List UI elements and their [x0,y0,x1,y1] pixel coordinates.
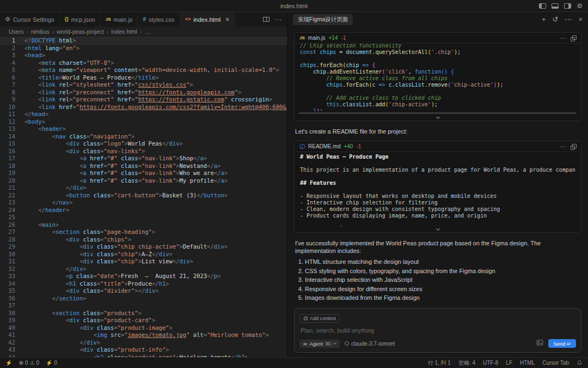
code-line: chips.forEach(chip => { [300,62,575,69]
eol-setting[interactable]: LF [506,360,512,366]
image-attach-icon[interactable] [536,339,543,348]
copy-icon[interactable] [571,35,576,41]
expand-code-button[interactable] [295,226,581,232]
chat-messages[interactable]: JS main.js +14 -1 ⋯ // Chip selection fu… [287,27,588,305]
code-line: chip.addEventListener('click', function(… [300,69,575,75]
code-line: 22 <button class="cart-button">Basket (3… [0,192,287,200]
model-icon [345,341,349,346]
breadcrumb-item[interactable]: Users [9,28,23,35]
breadcrumb-separator: › [140,28,142,35]
breadcrumb-item[interactable]: nimbus [31,28,50,35]
breadcrumb-item[interactable]: index.html [111,28,137,35]
tab-index-html[interactable]: <> index.html × [180,12,235,27]
code-line [300,160,575,167]
toggle-secondary-sidebar-icon[interactable] [564,3,571,9]
expand-code-button[interactable] [295,114,581,120]
problems-indicator[interactable]: ⊗0 ⚠0 [19,360,39,366]
chat-tab[interactable]: 实现Figma设计页面 [293,14,353,25]
code-line: // Add active class to clicked chip [300,95,575,101]
more-icon[interactable]: ⋯ [559,143,566,150]
breadcrumb-separator: › [26,28,28,35]
code-line: 6 <title>World Peas — Produce</title> [0,74,287,82]
cursor-tab-toggle[interactable]: Cursor Tab [542,360,569,366]
code-line: This project is an implementation of a p… [300,167,575,173]
code-line: 36 </section> [0,295,287,303]
code-block-body: # World Peas — Produce Page This project… [295,152,581,226]
tab-label: Cursor Settings [13,16,54,23]
json-file-icon: {} [65,17,69,22]
code-line: 12<body> [0,118,287,126]
code-line: 10 <link href="https://fonts.googleapis.… [0,104,287,111]
code-line: 30 <div class="chip">A–Z</div> [0,251,287,258]
editor-code[interactable]: 1<!DOCTYPE html>2<html lang="en">3<head>… [0,37,287,357]
cursor-position[interactable]: 行 1, 列 1 [428,359,451,367]
tab-styles-css[interactable]: # styles.css [138,12,180,27]
indentation-setting[interactable]: 空格: 4 [458,359,475,367]
toggle-panel-icon[interactable] [552,3,559,9]
tab-label: main.js [114,16,133,23]
close-panel-icon[interactable]: × [578,16,583,23]
horizontal-scrollbar[interactable] [299,112,577,114]
encoding-setting[interactable]: UTF-8 [483,360,498,366]
add-context-button[interactable]: @ Add context [299,314,340,323]
summary-list-item: Interactive chip selection with JavaScri… [305,277,581,283]
code-line: 23 </nav> [0,199,287,207]
tab-label: index.html [193,16,220,23]
code-line: 11</head> [0,111,287,118]
code-line: - Responsive layout that works on deskto… [300,193,575,200]
code-line: 27 <section class="page-heading"> [0,228,287,236]
code-line: 24 </header> [0,207,287,214]
tab-cursor-settings[interactable]: ⚙ Cursor Settings [0,12,60,27]
code-line: 17 <a href="#" class="nav-link">Shop</a> [0,155,287,162]
close-tab-icon[interactable]: × [225,16,229,23]
gear-icon: ⚙ [5,16,10,22]
toggle-primary-sidebar-icon[interactable] [539,3,546,9]
code-line: 39 <div class="product-card"> [0,317,287,324]
summary-list-item: Images downloaded from the Figma design [305,295,581,301]
bolt-indicator[interactable]: ⚡0 [46,360,57,366]
new-chat-icon[interactable]: + [542,16,546,23]
more-icon[interactable]: ⋯ [565,16,572,23]
code-line: 15 <div class="logo">World Peas</div> [0,140,287,148]
status-bar: ⚡ ⊗0 ⚠0 ⚡0 行 1, 列 1 空格: 4 UTF-8 LF HTML … [0,357,588,368]
code-block-header[interactable]: JS main.js +14 -1 ⋯ [295,33,581,44]
chat-header-actions: + ↺ ⋯ × [542,16,583,23]
tab-bar: ⚙ Cursor Settings {} mcp.json JS main.js… [0,12,287,27]
settings-gear-icon[interactable]: ⚙ [577,3,583,9]
notifications-bell-icon[interactable] [577,360,583,366]
code-line: 35 <div class="divider"></div> [0,287,287,295]
code-block-main-js: JS main.js +14 -1 ⋯ // Chip selection fu… [294,32,581,121]
summary-list-item: CSS styling with colors, typography, and… [305,268,581,275]
code-line: 9 <link rel="preconnect" href="https://f… [0,96,287,104]
send-button[interactable]: Send ↵ [548,339,576,348]
tab-mcp-json[interactable]: {} mcp.json [60,12,101,27]
code-block-header[interactable]: ⓘ README.md +40 -1 ⋯ [295,141,581,152]
more-icon[interactable]: ⋯ [559,34,566,42]
chat-input-box[interactable]: @ Add context Plan, search, build anythi… [294,308,581,353]
breadcrumb-item[interactable]: world-peas-project [57,28,103,35]
agent-mode-selector[interactable]: ∞ Agent ⌘I [299,340,340,348]
diff-removed: -1 [356,143,361,149]
history-icon[interactable]: ↺ [553,16,559,23]
titlebar-actions: ⚙ [539,0,583,12]
model-selector[interactable]: claude-3.7-sonnet [345,341,395,347]
code-line [300,173,575,180]
copy-icon[interactable] [571,144,576,149]
split-editor-icon[interactable] [263,17,270,22]
chat-input-placeholder[interactable]: Plan, search, build anything [301,327,575,334]
more-actions-icon[interactable]: ⋯ [275,16,281,23]
css-file-icon: # [143,17,146,22]
code-line: 21 </div> [0,184,287,192]
tab-main-js[interactable]: JS main.js [101,12,138,27]
code-block-readme: ⓘ README.md +40 -1 ⋯ # World Peas — Prod… [294,141,581,233]
language-mode[interactable]: HTML [520,360,535,366]
code-line: 26 <main> [0,221,287,229]
code-line: 34 <h1 class="title">Produce</h1> [0,280,287,288]
breadcrumb-item[interactable]: … [145,28,151,35]
editor-actions: ⋯ [258,12,287,27]
agent-icon: ∞ [303,341,307,347]
code-line: 20 <a href="#" class="nav-link">My profi… [0,177,287,185]
code-line: 33 <p class="date">Fresh — August 21, 20… [0,273,287,280]
remote-indicator[interactable]: ⚡ [5,360,12,366]
breadcrumb-separator: › [107,28,109,35]
